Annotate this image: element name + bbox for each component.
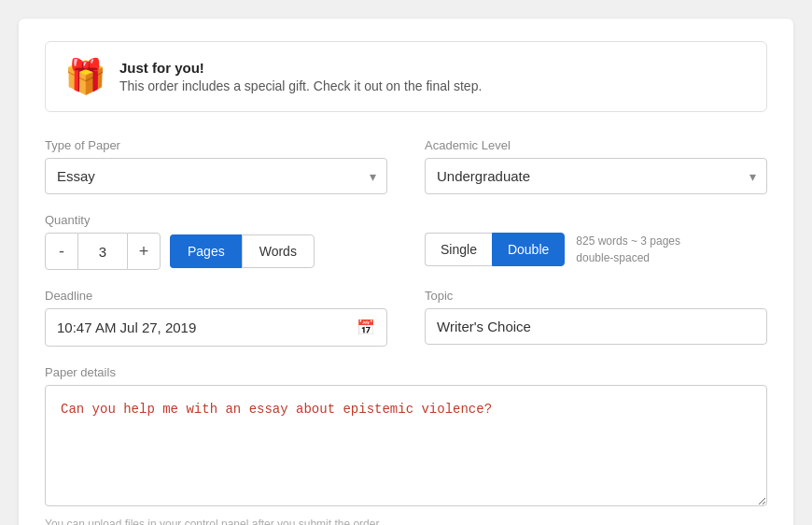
upload-hint: You can upload files in your control pan…: [45, 518, 767, 525]
spacing-group: Single Double 825 words ~ 3 pages double…: [425, 213, 767, 270]
topic-input[interactable]: Writer's Choice: [425, 308, 767, 345]
gift-banner: 🎁 Just for you! This order includes a sp…: [45, 41, 767, 112]
single-spacing-button[interactable]: Single: [425, 233, 492, 266]
calendar-icon: 📅: [357, 319, 375, 336]
spacing-toggle: Single Double: [425, 233, 565, 266]
word-count-info: 825 words ~ 3 pages double-spaced: [576, 233, 680, 266]
deadline-group: Deadline 10:47 AM Jul 27, 2019 📅: [45, 289, 387, 347]
type-of-paper-select[interactable]: Essay Research Paper Term Paper Coursewo…: [45, 158, 387, 194]
topic-value: Writer's Choice: [437, 319, 531, 334]
deadline-input[interactable]: 10:47 AM Jul 27, 2019 📅: [45, 308, 387, 347]
quantity-label: Quantity: [45, 213, 387, 227]
pages-toggle-button[interactable]: Pages: [170, 234, 242, 268]
type-of-paper-group: Type of Paper Essay Research Paper Term …: [45, 138, 387, 194]
spacing-row: Single Double 825 words ~ 3 pages double…: [425, 233, 767, 266]
type-of-paper-wrapper: Essay Research Paper Term Paper Coursewo…: [45, 158, 387, 194]
quantity-minus-button[interactable]: -: [45, 233, 78, 270]
deadline-value: 10:47 AM Jul 27, 2019: [57, 319, 196, 335]
quantity-value: 3: [78, 233, 127, 270]
gift-message: This order includes a special gift. Chec…: [119, 78, 482, 93]
spacing-label-placeholder: [425, 213, 767, 227]
quantity-group: Quantity - 3 + Pages Words: [45, 213, 387, 270]
topic-label: Topic: [425, 289, 767, 303]
form-grid: Type of Paper Essay Research Paper Term …: [45, 138, 767, 347]
paper-details-textarea[interactable]: Can you help me with an essay about epis…: [45, 385, 767, 506]
double-spacing-button[interactable]: Double: [492, 233, 565, 266]
gift-icon: 🎁: [64, 57, 106, 96]
academic-level-select[interactable]: Undergraduate High School Masters PhD: [425, 158, 767, 194]
gift-text: Just for you! This order includes a spec…: [119, 60, 482, 93]
pages-words-toggle: Pages Words: [170, 234, 315, 268]
type-of-paper-label: Type of Paper: [45, 138, 387, 152]
paper-details-label: Paper details: [45, 365, 767, 379]
order-form: 🎁 Just for you! This order includes a sp…: [19, 19, 793, 525]
spacing-type-text: double-spaced: [576, 249, 680, 266]
academic-level-wrapper: Undergraduate High School Masters PhD ▾: [425, 158, 767, 194]
academic-level-label: Academic Level: [425, 138, 767, 152]
paper-details-section: Paper details Can you help me with an es…: [45, 365, 767, 525]
word-count-text: 825 words ~ 3 pages: [576, 233, 680, 249]
academic-level-group: Academic Level Undergraduate High School…: [425, 138, 767, 194]
words-toggle-button[interactable]: Words: [242, 234, 315, 268]
quantity-row: - 3 + Pages Words: [45, 233, 387, 270]
topic-group: Topic Writer's Choice: [425, 289, 767, 347]
deadline-label: Deadline: [45, 289, 387, 303]
quantity-plus-button[interactable]: +: [127, 233, 161, 270]
gift-title: Just for you!: [119, 60, 204, 76]
